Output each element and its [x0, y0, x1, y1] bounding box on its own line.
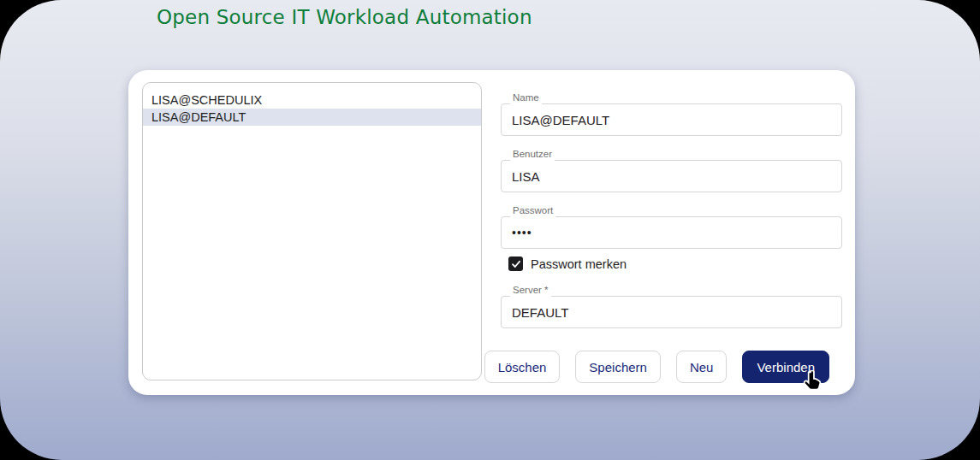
check-icon [511, 259, 521, 269]
server-label: Server * [510, 283, 551, 297]
remember-password-checkbox[interactable] [508, 257, 523, 271]
name-field-group: Name [501, 103, 842, 136]
button-row: Löschen Speichern Neu Verbinden [484, 351, 829, 383]
user-input[interactable] [502, 161, 841, 192]
delete-button[interactable]: Löschen [484, 351, 561, 383]
connection-list[interactable]: LISA@SCHEDULIX LISA@DEFAULT [142, 82, 482, 380]
list-item-default-selected[interactable]: LISA@DEFAULT [143, 109, 481, 126]
password-label: Passwort [510, 203, 555, 217]
remember-password-label[interactable]: Passwort merken [531, 257, 627, 271]
connection-form: Name Benutzer Passwort Passwort merken [501, 70, 842, 395]
name-label: Name [510, 91, 542, 104]
user-label: Benutzer [510, 147, 555, 161]
new-button[interactable]: Neu [676, 351, 728, 383]
password-field-group: Passwort [501, 216, 842, 249]
user-field-group: Benutzer [501, 160, 842, 192]
page-title: Open Source IT Workload Automation [157, 6, 532, 28]
list-item-schedulix[interactable]: LISA@SCHEDULIX [143, 91, 481, 109]
remember-password-row: Passwort merken [508, 257, 627, 271]
password-input[interactable] [502, 217, 841, 248]
connect-button[interactable]: Verbinden [742, 351, 829, 383]
save-button[interactable]: Speichern [575, 351, 661, 383]
server-input[interactable] [502, 297, 841, 327]
server-field-group: Server * [501, 296, 842, 328]
name-input[interactable] [502, 104, 841, 135]
app-window: Open Source IT Workload Automation LISA@… [0, 0, 980, 460]
connection-dialog-card: LISA@SCHEDULIX LISA@DEFAULT Name Benutze… [128, 70, 855, 395]
